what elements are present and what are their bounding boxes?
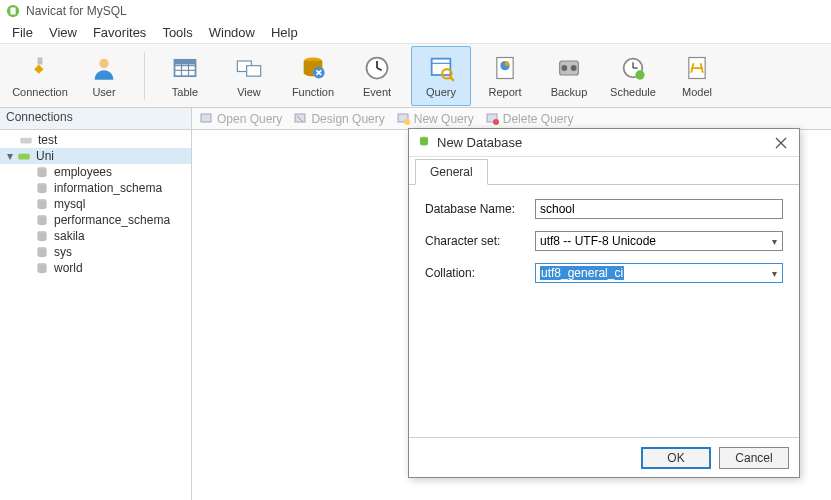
tree-db-performance-schema[interactable]: performance_schema	[0, 212, 191, 228]
cancel-button[interactable]: Cancel	[719, 447, 789, 469]
menu-view[interactable]: View	[41, 23, 85, 42]
connection-on-icon	[16, 149, 32, 163]
dialog-tabs: General	[409, 157, 799, 185]
query-icon	[427, 54, 455, 82]
schedule-icon	[619, 54, 647, 82]
menu-file[interactable]: File	[4, 23, 41, 42]
toolbar-table[interactable]: Table	[155, 46, 215, 106]
tree-connection-test[interactable]: test	[0, 132, 191, 148]
svg-point-29	[635, 70, 644, 79]
app-title: Navicat for MySQL	[26, 4, 127, 18]
menu-tools[interactable]: Tools	[154, 23, 200, 42]
close-button[interactable]	[771, 133, 791, 153]
tree-db-employees[interactable]: employees	[0, 164, 191, 180]
tree-db-world[interactable]: world	[0, 260, 191, 276]
database-icon	[34, 261, 50, 275]
toolbar-model[interactable]: Model	[667, 46, 727, 106]
toolbar-schedule[interactable]: Schedule	[603, 46, 663, 106]
dialog-footer: OK Cancel	[409, 437, 799, 477]
new-query-action[interactable]: New Query	[397, 112, 474, 126]
label-database-name: Database Name:	[425, 202, 535, 216]
svg-rect-2	[38, 57, 43, 64]
database-icon	[417, 134, 431, 151]
svg-rect-1	[10, 8, 15, 15]
chevron-down-icon: ▾	[769, 236, 780, 247]
toolbar-separator	[144, 52, 145, 100]
open-query-action[interactable]: Open Query	[200, 112, 282, 126]
svg-rect-38	[18, 154, 29, 160]
report-icon	[491, 54, 519, 82]
user-icon	[90, 54, 118, 82]
menu-window[interactable]: Window	[201, 23, 263, 42]
dialog-title: New Database	[437, 135, 522, 150]
expand-icon[interactable]: ▾	[4, 149, 16, 163]
design-query-action[interactable]: Design Query	[294, 112, 384, 126]
svg-point-36	[493, 119, 499, 125]
svg-point-24	[561, 65, 567, 71]
new-database-dialog: New Database General Database Name: Char…	[408, 128, 800, 478]
connections-panel-header: Connections	[0, 108, 192, 129]
menu-help[interactable]: Help	[263, 23, 306, 42]
toolbar-function[interactable]: Function	[283, 46, 343, 106]
svg-point-34	[404, 119, 410, 125]
database-icon	[34, 245, 50, 259]
svg-rect-11	[247, 65, 261, 76]
chevron-down-icon: ▾	[769, 268, 780, 279]
database-icon	[34, 213, 50, 227]
database-icon	[34, 229, 50, 243]
model-icon	[683, 54, 711, 82]
database-icon	[34, 197, 50, 211]
app-icon	[6, 4, 20, 18]
toolbar-event[interactable]: Event	[347, 46, 407, 106]
delete-query-action[interactable]: Delete Query	[486, 112, 574, 126]
svg-point-25	[571, 65, 577, 71]
backup-icon	[555, 54, 583, 82]
toolbar-backup[interactable]: Backup	[539, 46, 599, 106]
dialog-body: Database Name: Character set: utf8 -- UT…	[409, 185, 799, 437]
svg-line-20	[450, 77, 454, 81]
database-icon	[34, 165, 50, 179]
tab-general[interactable]: General	[415, 159, 488, 185]
function-icon	[299, 54, 327, 82]
title-bar: Navicat for MySQL	[0, 0, 831, 22]
toolbar-connection[interactable]: Connection	[10, 46, 70, 106]
svg-rect-37	[20, 138, 31, 144]
tree-connection-uni[interactable]: ▾ Uni	[0, 148, 191, 164]
select-collation[interactable]: utf8_general_ci ▾	[535, 263, 783, 283]
ok-button[interactable]: OK	[641, 447, 711, 469]
svg-rect-32	[295, 114, 305, 122]
new-query-icon	[397, 112, 411, 126]
tree-db-information-schema[interactable]: information_schema	[0, 180, 191, 196]
toolbar-query[interactable]: Query	[411, 46, 471, 106]
table-icon	[171, 54, 199, 82]
svg-rect-17	[432, 58, 451, 74]
menu-bar: File View Favorites Tools Window Help	[0, 22, 831, 44]
view-icon	[235, 54, 263, 82]
svg-rect-31	[201, 114, 211, 122]
menu-favorites[interactable]: Favorites	[85, 23, 154, 42]
label-character-set: Character set:	[425, 234, 535, 248]
input-database-name[interactable]	[535, 199, 783, 219]
database-icon	[34, 181, 50, 195]
design-query-icon	[294, 112, 308, 126]
delete-query-icon	[486, 112, 500, 126]
select-character-set[interactable]: utf8 -- UTF-8 Unicode ▾	[535, 231, 783, 251]
main-toolbar: Connection User Table View Function Even…	[0, 44, 831, 108]
open-query-icon	[200, 112, 214, 126]
sub-toolbar: Connections Open Query Design Query New …	[0, 108, 831, 130]
clock-icon	[363, 54, 391, 82]
connection-off-icon	[18, 133, 34, 147]
svg-point-3	[99, 58, 108, 67]
connections-tree: test ▾ Uni employees information_schema …	[0, 130, 192, 500]
toolbar-user[interactable]: User	[74, 46, 134, 106]
tree-db-sakila[interactable]: sakila	[0, 228, 191, 244]
toolbar-view[interactable]: View	[219, 46, 279, 106]
svg-rect-9	[175, 59, 196, 64]
plug-icon	[26, 54, 54, 82]
toolbar-report[interactable]: Report	[475, 46, 535, 106]
tree-db-mysql[interactable]: mysql	[0, 196, 191, 212]
dialog-title-bar: New Database	[409, 129, 799, 157]
label-collation: Collation:	[425, 266, 535, 280]
tree-db-sys[interactable]: sys	[0, 244, 191, 260]
